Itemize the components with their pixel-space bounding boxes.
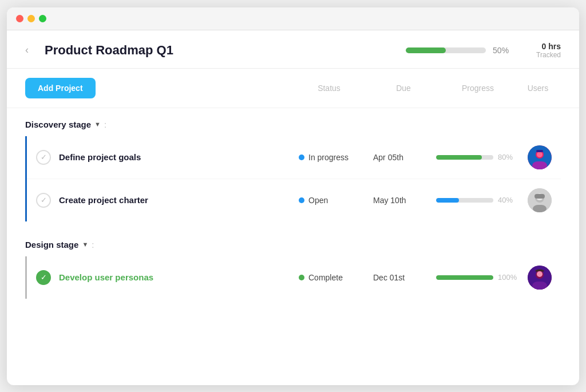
task-check-2[interactable]: ✓	[36, 193, 51, 208]
add-project-button[interactable]: Add Project	[25, 78, 96, 98]
task-prog-bar-outer-1	[436, 155, 493, 160]
tracked-hours: 0 hrs	[542, 42, 561, 51]
table-row: ✓ Develop user personas Complete Dec 01s…	[27, 256, 561, 299]
section-colon-design: :	[92, 240, 94, 250]
section-title-discovery: Discovery stage	[25, 120, 91, 129]
column-headers: Status Due Progress Users	[96, 84, 561, 93]
section-label-discovery: Discovery stage ▼ :	[7, 108, 579, 134]
overall-progress-section: 50%	[406, 46, 509, 55]
title-bar	[7, 7, 579, 30]
task-name-3: Develop user personas	[59, 272, 299, 282]
avatar-face-2	[528, 188, 552, 212]
task-prog-bar-fill-3	[436, 275, 493, 280]
maximize-button[interactable]	[39, 15, 46, 22]
table-header: Add Project Status Due Progress Users	[7, 69, 579, 108]
section-label-design: Design stage ▼ :	[7, 228, 579, 254]
task-progress-1: 80%	[436, 153, 528, 161]
task-progress-3: 100%	[436, 273, 528, 282]
overall-progress-bar	[406, 47, 486, 53]
task-prog-pct-2: 40%	[498, 196, 518, 204]
minimize-button[interactable]	[27, 15, 35, 22]
close-button[interactable]	[16, 15, 23, 22]
task-prog-bar-outer-2	[436, 198, 493, 203]
status-label-1: In progress	[308, 153, 349, 162]
svg-point-3	[537, 152, 543, 157]
status-dot-1	[299, 155, 304, 160]
avatar-face-3	[528, 266, 552, 290]
svg-point-12	[537, 271, 543, 277]
svg-rect-9	[534, 194, 545, 199]
task-prog-bar-fill-1	[436, 155, 482, 160]
section-colon-discovery: :	[104, 120, 106, 129]
overall-progress-pct: 50%	[493, 46, 509, 55]
svg-rect-13	[532, 282, 547, 290]
table-row: ✓ Define project goals In progress Apr 0…	[27, 136, 561, 179]
task-prog-bar-outer-3	[436, 275, 493, 280]
section-title-design: Design stage	[25, 240, 78, 250]
col-header-users: Users	[515, 84, 561, 93]
col-header-progress: Progress	[441, 84, 515, 93]
task-prog-pct-1: 80%	[498, 153, 518, 161]
task-name-1: Define project goals	[59, 152, 299, 162]
app-window: ‹ Product Roadmap Q1 50% 0 hrs Tracked A…	[7, 7, 579, 385]
overall-progress-fill	[406, 47, 446, 53]
task-due-3: Dec 01st	[373, 273, 436, 282]
task-status-3: Complete	[299, 273, 373, 282]
col-header-due: Due	[366, 84, 441, 93]
svg-rect-8	[533, 205, 547, 212]
status-dot-2	[299, 197, 304, 203]
tracked-label: Tracked	[536, 51, 561, 59]
task-status-2: Open	[299, 196, 373, 205]
design-group: ✓ Develop user personas Complete Dec 01s…	[25, 256, 561, 299]
task-check-1[interactable]: ✓	[36, 150, 51, 165]
svg-rect-4	[536, 150, 543, 152]
table-row: ✓ Create project charter Open May 10th 4…	[27, 179, 561, 221]
avatar-3	[528, 266, 552, 290]
task-due-1: Apr 05th	[373, 153, 436, 162]
status-label-3: Complete	[308, 273, 343, 282]
task-progress-2: 40%	[436, 196, 528, 204]
section-arrow-discovery[interactable]: ▼	[94, 121, 101, 128]
status-dot-3	[299, 275, 304, 280]
tracked-section: 0 hrs Tracked	[536, 42, 561, 59]
back-button[interactable]: ‹	[25, 44, 29, 56]
task-status-1: In progress	[299, 153, 373, 162]
avatar-face-1	[528, 145, 552, 169]
check-icon-1: ✓	[41, 153, 47, 161]
status-label-2: Open	[308, 196, 328, 205]
task-due-2: May 10th	[373, 196, 436, 205]
check-icon-2: ✓	[41, 196, 47, 204]
avatar-2	[528, 188, 552, 212]
task-prog-bar-fill-2	[436, 198, 459, 203]
check-icon-3: ✓	[41, 273, 47, 282]
header-row: ‹ Product Roadmap Q1 50% 0 hrs Tracked	[7, 30, 579, 69]
avatar-1	[528, 145, 552, 169]
discovery-group: ✓ Define project goals In progress Apr 0…	[25, 136, 561, 221]
task-prog-pct-3: 100%	[498, 273, 518, 282]
page-title: Product Roadmap Q1	[45, 43, 392, 58]
section-arrow-design[interactable]: ▼	[82, 241, 88, 248]
traffic-lights	[16, 15, 46, 22]
task-name-2: Create project charter	[59, 195, 299, 205]
main-content: ‹ Product Roadmap Q1 50% 0 hrs Tracked A…	[7, 30, 579, 385]
svg-rect-2	[532, 161, 547, 169]
task-check-3[interactable]: ✓	[36, 270, 51, 285]
col-header-status: Status	[292, 84, 366, 93]
